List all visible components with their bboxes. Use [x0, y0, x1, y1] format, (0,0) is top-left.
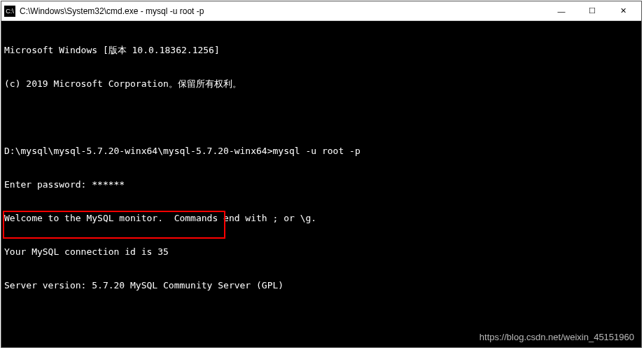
close-button[interactable]: ✕	[608, 2, 638, 20]
app-icon: C:\	[4, 6, 15, 17]
watermark: https://blog.csdn.net/weixin_45151960	[479, 332, 634, 343]
terminal-line: (c) 2019 Microsoft Corporation。保留所有权利。	[4, 78, 638, 90]
terminal-line	[4, 314, 638, 325]
terminal-line: Welcome to the MySQL monitor. Commands e…	[4, 213, 638, 224]
titlebar[interactable]: C:\ C:\Windows\System32\cmd.exe - mysql …	[1, 1, 641, 21]
terminal-area[interactable]: Microsoft Windows [版本 10.0.18362.1256] (…	[1, 21, 641, 347]
window-controls: — ☐ ✕	[546, 2, 638, 20]
terminal-line: Microsoft Windows [版本 10.0.18362.1256]	[4, 45, 638, 56]
cmd-window: C:\ C:\Windows\System32\cmd.exe - mysql …	[1, 1, 642, 348]
terminal-line: D:\mysql\mysql-5.7.20-winx64\mysql-5.7.2…	[4, 146, 638, 157]
terminal-line: Enter password: ******	[4, 179, 638, 190]
terminal-line	[4, 112, 638, 123]
maximize-button[interactable]: ☐	[577, 2, 608, 20]
terminal-line: Your MySQL connection id is 35	[4, 246, 638, 258]
minimize-button[interactable]: —	[546, 2, 577, 20]
terminal-line: Server version: 5.7.20 MySQL Community S…	[4, 280, 638, 291]
window-title: C:\Windows\System32\cmd.exe - mysql -u r…	[20, 6, 546, 16]
